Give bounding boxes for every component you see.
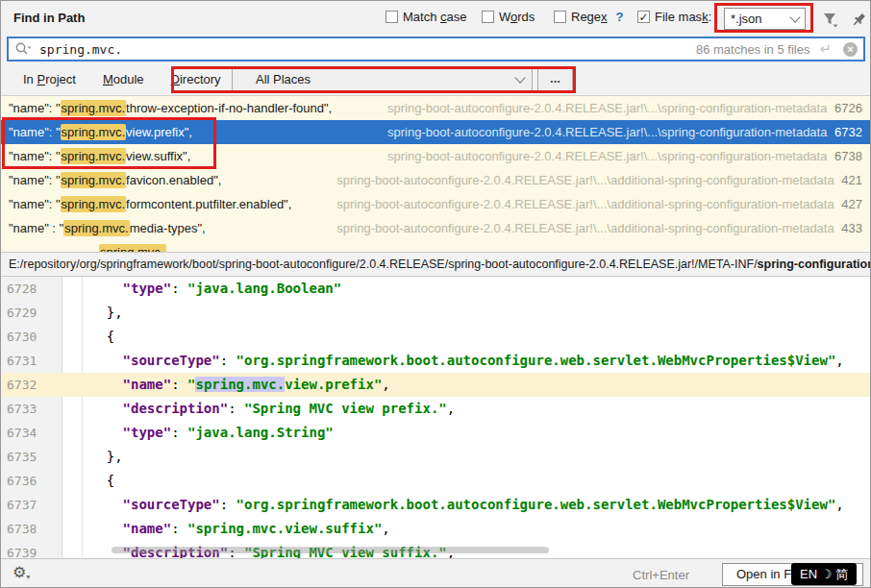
code-token	[74, 281, 123, 296]
snippet-prefix: "name" : "	[9, 221, 63, 235]
result-file-path: spring-boot-autoconfigure-2.0.4.RELEASE.…	[387, 149, 871, 163]
search-input[interactable]: spring.mvc. 86 matches in 5 files ↵ ×	[7, 37, 865, 61]
code-token	[74, 377, 123, 392]
regex-help-link[interactable]: ?	[616, 10, 624, 24]
match-case-label: Match case	[403, 10, 466, 24]
code-token: ,	[382, 521, 389, 536]
file-mask-checkbox[interactable]: ✓	[637, 11, 650, 23]
line-number: 6730	[7, 325, 55, 349]
code-token: "type"	[123, 425, 172, 440]
result-row[interactable]: "name" : "spring.mvc.media-types",spring…	[1, 216, 871, 240]
clear-search-icon[interactable]: ×	[843, 42, 858, 57]
snippet-prefix: "name": "	[9, 101, 61, 115]
code-token	[74, 353, 123, 368]
code-token: :	[171, 281, 187, 296]
file-path-name: spring-configuration-metadata	[758, 257, 871, 271]
snippet-suffix: media-types",	[130, 221, 206, 235]
browse-scope-button[interactable]: ...	[537, 67, 573, 91]
line-number: 6734	[7, 421, 55, 445]
words-checkbox[interactable]	[482, 11, 494, 23]
newline-icon[interactable]: ↵	[819, 40, 832, 58]
search-icon	[14, 41, 32, 57]
result-line-number: 427	[838, 197, 862, 211]
line-number: 6735	[7, 445, 55, 469]
code-token: "name"	[123, 521, 172, 536]
code-token: :	[228, 401, 244, 416]
match-count-label: 86 matches in 5 files	[696, 42, 810, 57]
result-file-path: spring-boot-autoconfigure-2.0.4.RELEASE.…	[336, 197, 871, 211]
file-mask-combobox[interactable]: *.json	[724, 8, 806, 30]
regex-checkbox[interactable]	[554, 11, 566, 23]
code-text: },	[74, 445, 123, 469]
result-row[interactable]: "name": "spring.mvc.formcontent.putfilte…	[1, 192, 871, 216]
snippet-prefix: "name": "	[9, 197, 61, 211]
shortcut-hint: Ctrl+Enter	[633, 568, 689, 582]
result-row[interactable]: "name": "spring.mvc.view.suffix",spring-…	[1, 144, 871, 168]
file-path-prefix: E:/repository/org/springframework/boot/s…	[9, 257, 758, 271]
result-row-partial[interactable]: spring.mvc.	[1, 240, 871, 252]
result-snippet: "name": "spring.mvc.view.suffix",	[1, 149, 190, 163]
result-snippet: "name": "spring.mvc.throw-exception-if-n…	[1, 101, 332, 115]
scope-tab-directory[interactable]: Directory	[162, 67, 231, 91]
code-token: },	[74, 305, 123, 320]
line-number: 6732	[7, 373, 55, 397]
scope-tab-module[interactable]: Module	[93, 67, 154, 91]
code-token: ,	[835, 353, 843, 368]
code-line-6737: 6737 "sourceType": "org.springframework.…	[1, 493, 871, 517]
code-line-6730: 6730 {	[1, 325, 871, 349]
code-token	[74, 497, 123, 512]
snippet-suffix: throw-exception-if-no-handler-found",	[126, 101, 332, 115]
result-line-number: 433	[838, 221, 862, 235]
code-token: "Spring MVC view prefix."	[244, 401, 447, 416]
code-token: ,	[447, 401, 455, 416]
settings-gear-button[interactable]: ⚙▾	[12, 563, 30, 581]
preview-file-path: E:/repository/org/springframework/boot/s…	[1, 252, 871, 277]
line-number: 6738	[7, 517, 55, 541]
gear-icon: ⚙	[12, 564, 26, 580]
code-preview-editor[interactable]: 6728 "type": "java.lang.Boolean"6729 },6…	[1, 277, 871, 558]
code-token: {	[74, 329, 114, 344]
scope-combobox[interactable]: All Places	[232, 67, 533, 91]
code-line-6732: 6732 "name": "spring.mvc.view.prefix",	[1, 373, 871, 397]
line-number: 6729	[7, 301, 55, 325]
pin-icon	[851, 12, 867, 28]
result-file-path: spring-boot-autoconfigure-2.0.4.RELEASE.…	[336, 173, 871, 187]
code-token: :	[220, 353, 236, 368]
match-case-checkbox[interactable]	[386, 11, 398, 23]
code-text: "sourceType": "org.springframework.boot.…	[74, 349, 844, 373]
code-token: "org.springframework.boot.autoconfigure.…	[236, 497, 836, 512]
code-token: :	[171, 425, 187, 440]
result-snippet: "name": "spring.mvc.view.prefix",	[1, 125, 192, 139]
match-case-option[interactable]: Match case	[386, 10, 466, 24]
result-row[interactable]: "name": "spring.mvc.throw-exception-if-n…	[1, 96, 871, 120]
result-line-number: 6738	[831, 149, 862, 163]
filter-icon	[822, 12, 838, 28]
code-token: ,	[835, 497, 843, 512]
caret-down-icon: ▾	[26, 573, 30, 581]
tab-label-post: irectory	[180, 72, 221, 86]
result-row[interactable]: "name": "spring.mvc.view.prefix",spring-…	[1, 120, 871, 144]
scope-tab-in-project[interactable]: In Project	[13, 67, 86, 91]
snippet-prefix: "name": "	[9, 125, 61, 139]
tab-label-post: roject	[45, 72, 76, 86]
tab-label-mnemonic: D	[171, 72, 180, 86]
result-row[interactable]: "name": "spring.mvc.favicon.enabled",spr…	[1, 168, 871, 192]
code-line-6734: 6734 "type": "java.lang.String"	[1, 421, 871, 445]
code-token: "java.lang.String"	[187, 425, 334, 440]
regex-option[interactable]: Regex ?	[554, 10, 624, 24]
filter-button[interactable]	[818, 8, 841, 31]
tab-label-mnemonic: P	[37, 72, 45, 86]
pin-button[interactable]	[847, 8, 870, 31]
snippet-prefix: "name": "	[9, 149, 61, 163]
dialog-title: Find in Path	[13, 11, 85, 25]
result-file-path: spring-boot-autoconfigure-2.0.4.RELEASE.…	[336, 221, 871, 235]
horizontal-scrollbar[interactable]	[112, 547, 549, 553]
words-option[interactable]: Words	[482, 10, 535, 24]
search-query-text: spring.mvc.	[39, 42, 696, 57]
code-token: :	[220, 497, 236, 512]
ime-indicator: EN ☽ 简	[791, 563, 857, 585]
snippet-suffix: favicon.enabled",	[126, 173, 221, 187]
code-token: "spring.mvc.view.suffix"	[187, 521, 382, 536]
code-token: view.prefix"	[285, 377, 382, 392]
file-mask-option[interactable]: ✓ File mask:	[637, 10, 711, 24]
